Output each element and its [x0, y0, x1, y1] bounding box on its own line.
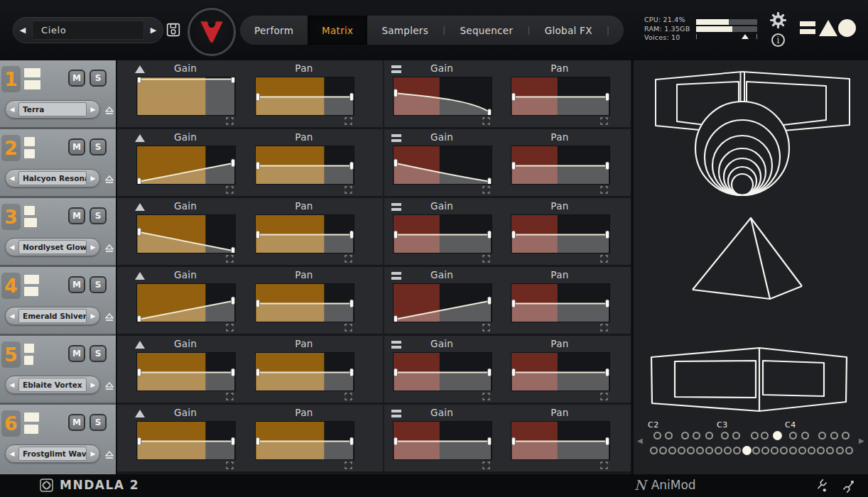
- white-key-dot[interactable]: [733, 447, 741, 454]
- expand-icon[interactable]: [482, 255, 490, 263]
- white-key-dot[interactable]: [752, 447, 760, 454]
- black-key-dot[interactable]: [842, 432, 850, 439]
- mute-button-5[interactable]: M: [68, 345, 85, 362]
- white-key-dot[interactable]: [780, 447, 788, 454]
- envelope-graph-gain-r1c3[interactable]: [393, 77, 492, 116]
- tab-samplers[interactable]: Samplers: [367, 16, 443, 45]
- black-key-dot[interactable]: [653, 432, 661, 439]
- envelope-graph-gain-r2c3[interactable]: [393, 146, 492, 185]
- slot-preset-prev-icon[interactable]: ◀: [6, 175, 18, 182]
- slot-preset-name[interactable]: Halcyon Resonance: [18, 171, 87, 185]
- solo-button-4[interactable]: S: [89, 276, 107, 293]
- solo-button-3[interactable]: S: [89, 207, 107, 224]
- main-preset-name[interactable]: Cielo: [32, 21, 144, 40]
- envelope-graph-gain-r6c1[interactable]: [136, 421, 236, 460]
- envelope-graph-pan-r3c2[interactable]: [255, 214, 354, 253]
- white-key-dot-active[interactable]: [742, 446, 752, 455]
- slot-preset-selector-2[interactable]: ◀ Halcyon Resonance ▶: [5, 169, 100, 187]
- white-key-dot[interactable]: [845, 447, 853, 454]
- expand-icon[interactable]: [600, 462, 608, 469]
- slot-preset-selector-3[interactable]: ◀ Nordlyset Glow ▶: [5, 238, 100, 256]
- tab-global-fx[interactable]: Global FX: [531, 16, 607, 45]
- tab-matrix[interactable]: Matrix: [308, 16, 367, 45]
- envelope-graph-gain-r4c1[interactable]: [136, 283, 236, 322]
- envelope-graph-gain-r3c3[interactable]: [393, 214, 492, 253]
- slot-preset-next-icon[interactable]: ▶: [87, 312, 99, 320]
- envelope-graph-gain-r5c1[interactable]: [136, 352, 236, 391]
- envelope-graph-pan-r1c2[interactable]: [255, 77, 354, 116]
- volume-slider[interactable]: [696, 34, 757, 39]
- white-key-dot[interactable]: [771, 447, 779, 454]
- white-key-dot[interactable]: [836, 447, 844, 454]
- expand-icon[interactable]: [345, 186, 352, 194]
- mute-button-4[interactable]: M: [68, 276, 85, 293]
- slot-preset-name[interactable]: Nordlyset Glow: [18, 240, 87, 254]
- expand-icon[interactable]: [482, 117, 490, 125]
- slot-preset-prev-icon[interactable]: ◀: [6, 381, 18, 388]
- eject-button-1[interactable]: [105, 104, 114, 118]
- eject-button-2[interactable]: [105, 173, 114, 187]
- animod-shape-cone[interactable]: [634, 60, 868, 204]
- white-key-dot[interactable]: [668, 447, 676, 454]
- save-button[interactable]: [166, 23, 180, 37]
- black-key-dot[interactable]: [818, 432, 826, 439]
- expand-icon[interactable]: [600, 324, 608, 332]
- expand-icon[interactable]: [600, 117, 608, 125]
- solo-button-6[interactable]: S: [89, 414, 107, 431]
- solo-button-2[interactable]: S: [89, 138, 107, 155]
- black-key-dot[interactable]: [693, 432, 700, 439]
- main-preset-selector[interactable]: ◀ Cielo ▶: [13, 17, 163, 43]
- tab-perform[interactable]: Perform: [240, 16, 308, 45]
- slot-preset-prev-icon[interactable]: ◀: [6, 312, 18, 320]
- eject-button-3[interactable]: [105, 242, 114, 256]
- black-key-dot[interactable]: [789, 432, 797, 439]
- white-key-dot[interactable]: [724, 447, 732, 454]
- envelope-graph-gain-r2c1[interactable]: [136, 146, 236, 185]
- envelope-graph-pan-r6c2[interactable]: [255, 421, 354, 460]
- white-key-dot[interactable]: [705, 447, 713, 454]
- slot-preset-next-icon[interactable]: ▶: [87, 106, 99, 113]
- slot-preset-selector-4[interactable]: ◀ Emerald Shiver ▶: [5, 307, 100, 325]
- expand-icon[interactable]: [600, 393, 608, 400]
- mute-button-1[interactable]: M: [68, 70, 85, 87]
- envelope-graph-pan-r1c4[interactable]: [511, 77, 610, 116]
- white-key-dot[interactable]: [687, 447, 695, 454]
- black-key-dot[interactable]: [705, 432, 713, 439]
- envelope-graph-pan-r4c4[interactable]: [511, 283, 610, 322]
- settings-button[interactable]: [769, 11, 787, 29]
- eject-button-4[interactable]: [105, 311, 114, 324]
- white-key-dot[interactable]: [715, 447, 722, 454]
- envelope-graph-gain-r4c3[interactable]: [393, 283, 492, 322]
- black-key-dot[interactable]: [721, 432, 729, 439]
- mute-button-6[interactable]: M: [68, 414, 85, 431]
- pitch-fork-button[interactable]: [842, 479, 856, 496]
- info-button[interactable]: i: [771, 33, 785, 47]
- mute-button-3[interactable]: M: [68, 207, 85, 224]
- envelope-graph-pan-r4c2[interactable]: [255, 283, 354, 322]
- expand-icon[interactable]: [226, 324, 234, 332]
- white-key-dot[interactable]: [789, 447, 797, 454]
- slot-preset-next-icon[interactable]: ▶: [87, 175, 99, 182]
- volume-slider-handle[interactable]: [742, 34, 749, 39]
- eject-button-5[interactable]: [105, 380, 114, 393]
- envelope-graph-pan-r5c4[interactable]: [511, 352, 610, 391]
- expand-icon[interactable]: [600, 186, 608, 194]
- animod-shape-pyramid[interactable]: [634, 209, 868, 309]
- slot-preset-name[interactable]: Terra: [18, 102, 87, 116]
- eject-button-6[interactable]: [105, 449, 114, 462]
- envelope-graph-pan-r5c2[interactable]: [255, 352, 354, 391]
- black-key-dot[interactable]: [732, 432, 740, 439]
- expand-icon[interactable]: [482, 186, 490, 194]
- white-key-dot[interactable]: [817, 447, 825, 454]
- envelope-graph-pan-r3c4[interactable]: [511, 214, 610, 253]
- solo-button-5[interactable]: S: [89, 345, 107, 362]
- white-key-dot[interactable]: [808, 447, 815, 454]
- expand-icon[interactable]: [482, 324, 490, 332]
- solo-button-1[interactable]: S: [89, 70, 107, 87]
- expand-icon[interactable]: [600, 255, 608, 263]
- slot-preset-next-icon[interactable]: ▶: [87, 450, 99, 457]
- white-key-dot[interactable]: [659, 447, 667, 454]
- slot-preset-selector-5[interactable]: ◀ Eblaite Vortex ▶: [5, 376, 100, 394]
- slot-preset-prev-icon[interactable]: ◀: [6, 106, 18, 113]
- slot-preset-name[interactable]: Eblaite Vortex: [18, 378, 87, 392]
